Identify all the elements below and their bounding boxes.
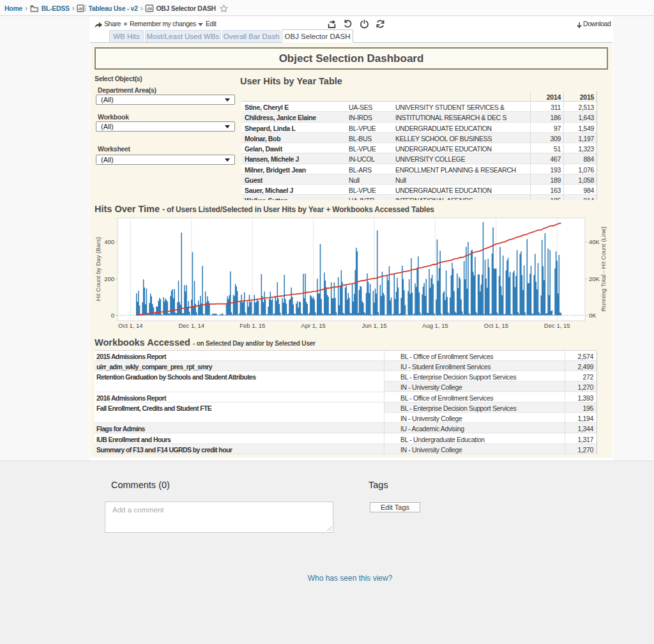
svg-text:20K: 20K xyxy=(589,275,600,282)
svg-text:Oct 1, 14: Oct 1, 14 xyxy=(118,322,143,329)
svg-text:40K: 40K xyxy=(589,238,600,245)
svg-text:0K: 0K xyxy=(589,312,597,319)
svg-text:Apr 1, 15: Apr 1, 15 xyxy=(301,322,326,329)
svg-text:Dec 1, 14: Dec 1, 14 xyxy=(178,322,204,329)
svg-text:Dec 1, 15: Dec 1, 15 xyxy=(544,322,570,329)
svg-text:200: 200 xyxy=(104,275,114,282)
svg-text:Jun 1, 15: Jun 1, 15 xyxy=(361,322,386,329)
svg-text:Oct 1, 15: Oct 1, 15 xyxy=(484,322,509,329)
svg-text:Running Total - Hit Count (Lin: Running Total - Hit Count (Line) xyxy=(600,227,607,312)
svg-text:0: 0 xyxy=(111,312,114,319)
svg-text:Aug 1, 15: Aug 1, 15 xyxy=(422,322,448,329)
svg-text:Hit Count by Day (Bars): Hit Count by Day (Bars) xyxy=(95,237,102,301)
svg-text:Feb 1, 15: Feb 1, 15 xyxy=(240,322,265,329)
svg-text:400: 400 xyxy=(104,238,114,245)
